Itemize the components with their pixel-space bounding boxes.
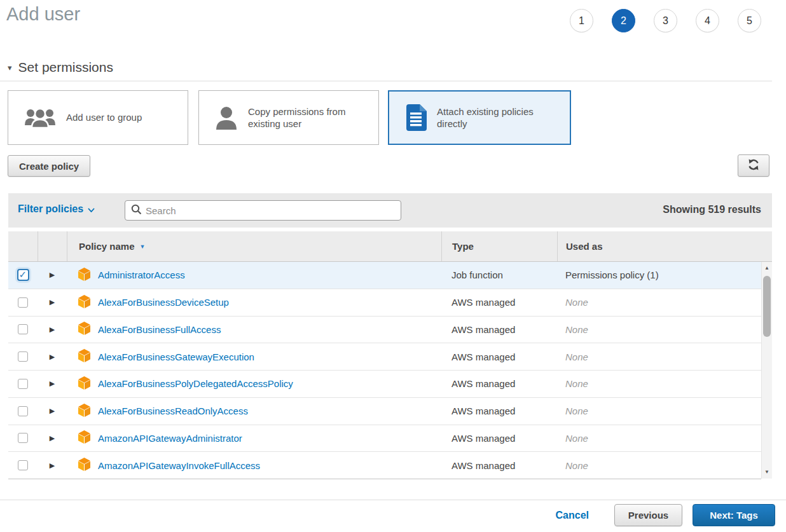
expand-row-icon[interactable]: ▶ [50, 435, 55, 442]
header-policy-name[interactable]: Policy name ▼ [67, 231, 441, 261]
step-5: 5 [738, 9, 761, 32]
row-checkbox[interactable] [18, 297, 28, 308]
expand-row-icon[interactable]: ▶ [50, 353, 55, 360]
step-2-active: 2 [612, 9, 635, 32]
policy-type: AWS managed [441, 324, 557, 335]
footer-divider [0, 500, 786, 500]
policy-table: Policy name ▼ Type Used as ▶ Administra [8, 231, 772, 479]
previous-button[interactable]: Previous [614, 504, 682, 526]
scrollbar-down-arrow[interactable]: ▼ [762, 467, 772, 477]
policy-cube-icon [78, 322, 90, 337]
policy-type: AWS managed [441, 378, 557, 389]
expand-row-icon[interactable]: ▶ [50, 407, 55, 414]
refresh-button[interactable] [738, 154, 769, 177]
wizard-step-indicator: 12345 [570, 9, 761, 32]
header-checkbox-column [8, 231, 38, 261]
chevron-down-icon [88, 203, 95, 215]
policy-name-link[interactable]: AlexaForBusinessGatewayExecution [98, 351, 254, 362]
header-scroll-spacer [761, 231, 772, 261]
row-checkbox[interactable] [18, 379, 28, 389]
filter-policies-label: Filter policies [18, 203, 83, 215]
user-icon [214, 105, 238, 130]
policy-type: AWS managed [441, 297, 557, 308]
policy-name-link[interactable]: AlexaForBusinessPolyDelegatedAccessPolic… [98, 378, 293, 389]
row-checkbox[interactable] [18, 460, 28, 470]
policy-used-as: None [565, 297, 588, 308]
vertical-scrollbar[interactable]: ▲ ▼ [761, 262, 772, 479]
add-user-page: Add user 12345 ▾ Set permissions Add use… [0, 0, 786, 532]
step-1: 1 [570, 9, 593, 32]
search-input[interactable] [146, 201, 401, 219]
table-row: ▶ AlexaForBusinessPolyDelegatedAccessPol… [8, 371, 761, 398]
policy-used-as: None [565, 351, 588, 362]
option-label: Copy permissions from existing user [248, 106, 366, 130]
search-box[interactable] [125, 200, 401, 221]
policy-name-link[interactable]: AdministratorAccess [98, 269, 185, 280]
policy-used-as: None [565, 324, 588, 335]
row-checkbox[interactable] [18, 351, 28, 362]
results-count: Showing 519 results [663, 204, 761, 215]
expand-row-icon[interactable]: ▶ [50, 326, 55, 333]
policy-cube-icon [78, 376, 90, 392]
scrollbar-thumb[interactable] [763, 276, 771, 337]
policy-cube-icon [78, 349, 90, 364]
document-icon [404, 104, 427, 132]
policy-used-as: None [565, 378, 588, 389]
row-checkbox[interactable] [18, 433, 28, 443]
policy-name-link[interactable]: AmazonAPIGatewayInvokeFullAccess [98, 460, 260, 471]
step-4: 4 [696, 9, 719, 32]
group-icon [24, 106, 57, 129]
policy-cube-icon [78, 295, 90, 310]
expand-row-icon[interactable]: ▶ [50, 299, 55, 306]
policy-type: Job function [441, 269, 557, 280]
policy-name-link[interactable]: AlexaForBusinessDeviceSetup [98, 297, 229, 308]
table-body-wrap: ▶ AdministratorAccess Job function Permi… [8, 262, 772, 479]
row-checkbox[interactable] [18, 324, 28, 334]
section-divider [0, 81, 772, 81]
expand-row-icon[interactable]: ▶ [50, 271, 55, 278]
policy-cube-icon [78, 268, 90, 283]
policy-type: AWS managed [441, 433, 557, 444]
header-type: Type [441, 231, 557, 261]
policy-cube-icon [78, 430, 90, 446]
option-copy-permissions[interactable]: Copy permissions from existing user [198, 90, 379, 145]
policy-type: AWS managed [441, 351, 557, 362]
caret-down-icon: ▾ [8, 63, 12, 72]
policy-type: AWS managed [441, 460, 557, 471]
policy-name-link[interactable]: AmazonAPIGatewayAdministrator [98, 433, 242, 444]
option-add-user-to-group[interactable]: Add user to group [8, 90, 188, 145]
row-checkbox[interactable] [18, 406, 28, 416]
step-3: 3 [654, 9, 677, 32]
scrollbar-up-arrow[interactable]: ▲ [762, 263, 772, 273]
policy-name-link[interactable]: AlexaForBusinessFullAccess [98, 324, 221, 335]
policy-cube-icon [78, 404, 90, 419]
permission-option-cards: Add user to group Copy permissions from … [8, 90, 574, 145]
policy-used-as: None [565, 460, 588, 471]
policy-table-body: ▶ AdministratorAccess Job function Permi… [8, 262, 761, 479]
table-row: ▶ AdministratorAccess Job function Permi… [8, 262, 761, 289]
policy-name-link[interactable]: AlexaForBusinessReadOnlyAccess [98, 406, 248, 416]
table-header: Policy name ▼ Type Used as [8, 231, 772, 262]
create-policy-button[interactable]: Create policy [8, 155, 90, 177]
policy-used-as: Permissions policy (1) [565, 269, 659, 280]
footer-actions: Cancel Previous Next: Tags [556, 504, 775, 526]
table-row: ▶ AlexaForBusinessReadOnlyAccess AWS man… [8, 398, 761, 425]
header-expander-column [38, 231, 67, 261]
search-icon [125, 204, 142, 217]
table-row: ▶ AlexaForBusinessFullAccess AWS managed… [8, 317, 761, 344]
table-row: ▶ AlexaForBusinessDeviceSetup AWS manage… [8, 289, 761, 317]
option-label: Attach existing policies directly [437, 106, 555, 130]
page-title: Add user [6, 4, 80, 25]
section-title: Set permissions [18, 60, 113, 75]
row-checkbox[interactable] [17, 269, 29, 281]
expand-row-icon[interactable]: ▶ [50, 462, 55, 469]
set-permissions-section-toggle[interactable]: ▾ Set permissions [8, 60, 113, 75]
header-used-as: Used as [557, 231, 761, 261]
option-attach-existing-policies[interactable]: Attach existing policies directly [388, 90, 571, 145]
filter-policies-dropdown[interactable]: Filter policies [18, 203, 95, 215]
table-row: ▶ AmazonAPIGatewayAdministrator AWS mana… [8, 425, 761, 453]
policy-cube-icon [78, 458, 90, 473]
next-tags-button[interactable]: Next: Tags [693, 504, 775, 526]
expand-row-icon[interactable]: ▶ [50, 380, 55, 387]
cancel-button[interactable]: Cancel [556, 510, 589, 521]
